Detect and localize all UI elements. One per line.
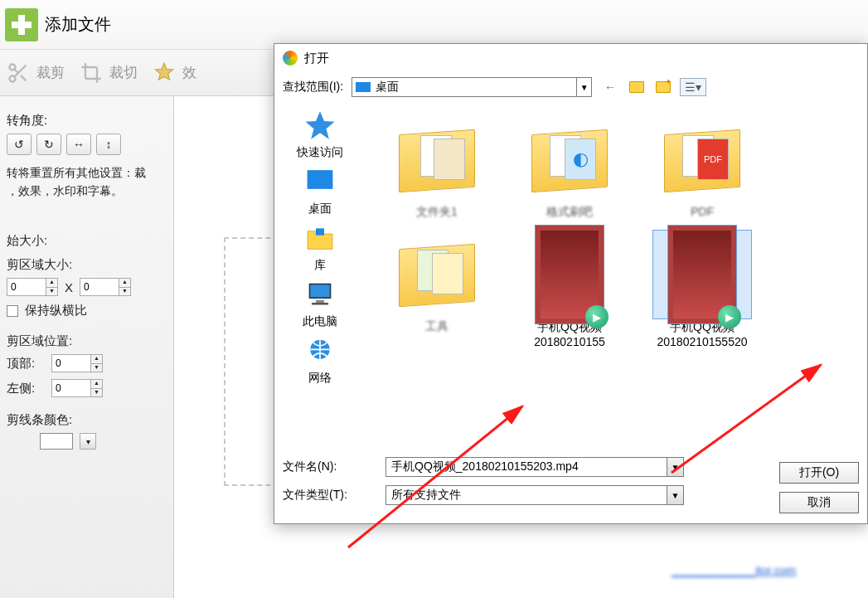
folder-label: 工具 [379, 319, 495, 334]
cut-label: 裁切 [109, 63, 138, 82]
crop-pos-label: 剪区域位置: [7, 333, 167, 349]
desktop-icon [356, 82, 371, 92]
folder-label: PDF [644, 205, 760, 218]
rotate-label: 转角度: [7, 113, 167, 129]
play-icon: ▶ [718, 305, 741, 328]
top-label: 顶部: [7, 356, 45, 372]
svg-rect-4 [316, 228, 324, 235]
cancel-button[interactable]: 取消 [779, 492, 859, 513]
orig-size-label: 始大小: [7, 233, 167, 249]
up-button[interactable] [627, 78, 647, 96]
rotate-hint: 转将重置所有其他设置：裁 ，效果，水印和字幕。 [7, 163, 167, 200]
flip-h-button[interactable]: ↔ [66, 134, 91, 155]
star-icon [153, 61, 176, 85]
back-button[interactable]: ← [600, 78, 620, 96]
dialog-title: 打开 [304, 51, 329, 66]
folder-label: 文件夹1 [379, 205, 495, 220]
folder-item[interactable]: 工具 [374, 230, 500, 349]
chevron-down-icon[interactable]: ▼ [667, 458, 683, 476]
filetype-combo[interactable]: 所有支持文件 ▼ [386, 485, 684, 505]
filename-combo[interactable]: 手机QQ视频_20180210155203.mp4 ▼ [386, 457, 684, 477]
chevron-down-icon: ▼ [576, 78, 591, 96]
left-panel: 转角度: ↺ ↻ ↔ ↕ 转将重置所有其他设置：裁 ，效果，水印和字幕。 始大小… [0, 96, 174, 598]
open-file-dialog: 打开 查找范围(I): 桌面 ▼ ← ☰▾ 快速访问 桌面 [274, 43, 868, 524]
dialog-titlebar: 打开 [274, 44, 867, 72]
crop-size-label: 剪区域大小: [7, 257, 167, 273]
folder-label: 格式刷吧 [512, 205, 628, 220]
app-header: 添加文件 [0, 0, 868, 50]
video-label-2: 20180210155520 [644, 334, 760, 349]
place-this-pc[interactable]: 此电脑 [302, 278, 338, 329]
watermark-link[interactable]: _____________itor.com [672, 564, 796, 577]
place-quick-access[interactable]: 快速访问 [297, 109, 343, 160]
left-label: 左侧: [7, 381, 45, 396]
effect-label: 效 [182, 63, 196, 82]
svg-rect-7 [316, 300, 324, 303]
filetype-value: 所有支持文件 [391, 488, 461, 503]
line-color-label: 剪线条颜色: [7, 412, 167, 428]
look-in-label: 查找范围(I): [283, 80, 343, 95]
place-label: 此电脑 [303, 314, 337, 329]
svg-rect-2 [308, 171, 332, 189]
color-dropdown-button[interactable]: ▾ [80, 433, 96, 450]
place-network[interactable]: 网络 [302, 334, 338, 386]
place-label: 桌面 [308, 202, 332, 216]
scissors-icon [7, 61, 30, 85]
add-file-label: 添加文件 [45, 13, 111, 36]
x-separator: X [65, 280, 73, 294]
video-item[interactable]: ▶ 手机QQ视频20180210155 [507, 230, 633, 349]
left-field[interactable]: ▲▼ [51, 379, 103, 397]
place-label: 网络 [308, 371, 332, 386]
chevron-down-icon[interactable]: ▼ [667, 486, 683, 504]
crop-height-input[interactable] [80, 278, 119, 296]
crop-width-input[interactable] [7, 278, 46, 296]
crop-height-field[interactable]: ▲▼ [80, 278, 131, 296]
crop-width-field[interactable]: ▲▼ [7, 278, 58, 296]
keep-ratio-checkbox[interactable] [7, 305, 18, 317]
video-label-2: 20180210155 [512, 334, 628, 349]
file-area[interactable]: 文件夹1 ◐ 格式刷吧 PDF PDF 工具 ▶ 手机QQ视频201802101… [366, 102, 867, 452]
svg-point-1 [10, 75, 16, 81]
app-icon [283, 51, 298, 66]
place-desktop[interactable]: 桌面 [302, 165, 338, 216]
rotate-cw-button[interactable]: ↻ [36, 134, 61, 155]
left-input[interactable] [51, 379, 91, 397]
cut-tool[interactable]: 裁切 [80, 61, 138, 85]
flip-v-button[interactable]: ↕ [96, 134, 121, 155]
filename-value: 手机QQ视频_20180210155203.mp4 [391, 459, 579, 474]
color-swatch[interactable] [40, 433, 73, 450]
folder-item[interactable]: PDF PDF [639, 115, 765, 220]
look-in-select[interactable]: 桌面 ▼ [352, 77, 592, 97]
new-folder-button[interactable] [653, 78, 673, 96]
top-input[interactable] [51, 354, 91, 372]
open-button[interactable]: 打开(O) [779, 462, 859, 484]
keep-ratio-label: 保持纵横比 [25, 303, 87, 318]
look-in-value: 桌面 [376, 80, 399, 95]
places-sidebar: 快速访问 桌面 库 此电脑 网络 [274, 102, 366, 452]
crop-icon [80, 61, 103, 85]
add-file-icon[interactable] [5, 8, 38, 41]
video-item-selected[interactable]: ▶ 手机QQ视频20180210155520 [639, 230, 765, 349]
play-icon: ▶ [585, 305, 609, 328]
place-label: 库 [314, 258, 326, 273]
effect-tool[interactable]: 效 [153, 61, 196, 85]
rotate-ccw-button[interactable]: ↺ [7, 134, 32, 155]
svg-point-0 [10, 64, 16, 70]
place-label: 快速访问 [297, 145, 343, 160]
crop-tool[interactable]: 裁剪 [7, 61, 65, 85]
folder-item[interactable]: ◐ 格式刷吧 [507, 115, 633, 220]
filetype-label: 文件类型(T): [283, 488, 374, 503]
place-library[interactable]: 库 [302, 221, 338, 273]
view-menu-button[interactable]: ☰▾ [680, 78, 706, 96]
folder-item[interactable]: 文件夹1 [374, 115, 500, 220]
crop-label: 裁剪 [36, 63, 65, 82]
top-field[interactable]: ▲▼ [51, 354, 103, 372]
svg-rect-6 [310, 284, 329, 297]
filename-label: 文件名(N): [283, 459, 374, 474]
svg-rect-8 [312, 303, 328, 305]
